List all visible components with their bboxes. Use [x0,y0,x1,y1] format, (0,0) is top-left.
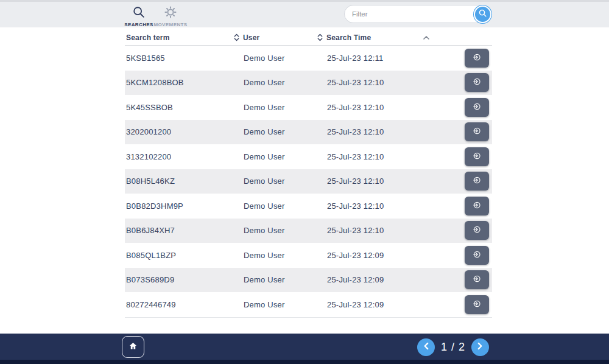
pagination: 1 / 2 [417,336,489,358]
filter-search-button[interactable] [474,5,491,23]
search-term-cell: 5KSB1565 [125,54,242,63]
rerun-search-button[interactable] [465,246,489,265]
prev-page-button[interactable] [417,338,435,356]
rerun-search-button[interactable] [465,270,489,289]
table-row: B0B6J84XH7 Demo User 25-Jul-23 12:10 [125,219,492,243]
search-term-cell: B0B82D3HM9P [125,201,242,211]
arrow-in-circle-icon [472,151,482,163]
row-action-cell [421,147,492,166]
search-time-cell: 25-Jul-23 12:10 [326,103,421,112]
search-term-cell: B08H5L46KZ [125,177,242,186]
search-time-cell: 25-Jul-23 12:10 [326,201,421,211]
user-cell: Demo User [242,177,326,186]
table-row: B0B82D3HM9P Demo User 25-Jul-23 12:10 [125,194,492,219]
main-content: Search term User S [0,30,609,318]
searches-table: Search term User S [125,30,492,318]
search-icon [478,9,487,19]
table-row: 5KSB1565 Demo User 25-Jul-23 12:11 [125,46,492,71]
tab-searches-label: SEARCHES [124,22,153,27]
search-term-cell: B085QL1BZP [125,251,242,260]
search-time-cell: 25-Jul-23 12:10 [326,152,421,161]
filter-input[interactable] [345,5,491,23]
arrow-in-circle-icon [472,126,482,138]
tab-movements[interactable]: MOVEMENTS [155,3,186,27]
search-time-cell: 25-Jul-23 12:10 [326,177,421,186]
search-term-cell: B0B6J84XH7 [125,226,242,235]
row-action-cell [421,172,492,191]
page-indicator: 1 / 2 [441,341,465,354]
chevron-up-icon [423,35,430,40]
arrow-in-circle-icon [472,200,482,212]
row-action-cell [421,122,492,141]
user-cell: Demo User [242,103,326,112]
app-window: SEARCHES [0,0,609,318]
table-row: 5KCM1208BOB Demo User 25-Jul-23 12:10 [125,71,492,96]
user-cell: Demo User [242,226,326,235]
user-cell: Demo User [242,54,326,63]
search-time-cell: 25-Jul-23 12:10 [326,226,421,235]
user-cell: Demo User [242,275,326,284]
rerun-search-button[interactable] [465,295,489,314]
search-time-cell: 25-Jul-23 12:09 [326,275,421,284]
row-action-cell [421,98,492,117]
bottom-strip [0,360,609,364]
user-cell: Demo User [242,300,326,309]
column-header-search-time[interactable]: Search Time [315,33,421,42]
user-cell: Demo User [242,201,326,211]
column-header-search-term[interactable]: Search term [125,33,242,42]
search-term-cell: 5K45SSBOB [125,103,242,112]
row-action-cell [421,295,492,314]
user-cell: Demo User [242,152,326,161]
search-term-cell: 3202001200 [125,127,242,136]
tab-movements-label: MOVEMENTS [153,22,187,27]
column-header-user[interactable]: User [232,33,326,42]
table-header: Search term User S [125,30,492,46]
rerun-search-button[interactable] [465,122,489,141]
rerun-search-button[interactable] [465,197,489,215]
table-row: 80272446749 Demo User 25-Jul-23 12:09 [125,292,492,317]
nav-tabs: SEARCHES [123,3,186,27]
search-term-cell: 5KCM1208BOB [125,78,242,87]
column-header-label: Search Time [326,33,371,42]
arrow-in-circle-icon [472,102,482,113]
column-header-label: User [243,33,259,42]
sort-direction-cell[interactable] [421,35,492,40]
arrow-in-circle-icon [472,250,482,261]
tab-searches[interactable]: SEARCHES [123,3,155,27]
arrow-in-circle-icon [472,299,482,310]
row-action-cell [421,270,492,289]
home-button[interactable] [122,336,144,358]
arrow-in-circle-icon [472,225,482,236]
rerun-search-button[interactable] [465,172,489,191]
user-cell: Demo User [242,78,326,87]
chevron-right-icon [477,342,484,352]
top-bar: SEARCHES [0,0,609,27]
sort-updown-icon[interactable] [317,33,323,41]
row-action-cell [421,221,492,240]
table-body: 5KSB1565 Demo User 25-Jul-23 12:11 5KCM1… [125,46,492,318]
search-time-cell: 25-Jul-23 12:11 [326,54,421,63]
column-header-label: Search term [126,33,170,42]
search-term-cell: 80272446749 [125,300,242,309]
row-action-cell [421,49,492,68]
chevron-left-icon [423,342,429,352]
row-action-cell [421,197,492,215]
rerun-search-button[interactable] [465,221,489,240]
rerun-search-button[interactable] [465,49,489,68]
bottom-bar: 1 / 2 [0,334,609,364]
arrow-in-circle-icon [472,175,482,187]
user-cell: Demo User [242,251,326,260]
table-row: 5K45SSBOB Demo User 25-Jul-23 12:10 [125,95,492,120]
rerun-search-button[interactable] [465,98,489,117]
table-row: 3132102200 Demo User 25-Jul-23 12:10 [125,144,492,169]
next-page-button[interactable] [471,338,489,356]
search-time-cell: 25-Jul-23 12:10 [326,127,421,136]
filter-box [344,5,492,23]
search-time-cell: 25-Jul-23 12:10 [326,78,421,87]
arrow-in-circle-icon [472,77,482,88]
sort-updown-icon[interactable] [233,33,240,41]
rerun-search-button[interactable] [465,73,489,92]
rerun-search-button[interactable] [465,147,489,166]
arrow-in-circle-icon [472,52,482,64]
table-row: 3202001200 Demo User 25-Jul-23 12:10 [125,120,492,145]
